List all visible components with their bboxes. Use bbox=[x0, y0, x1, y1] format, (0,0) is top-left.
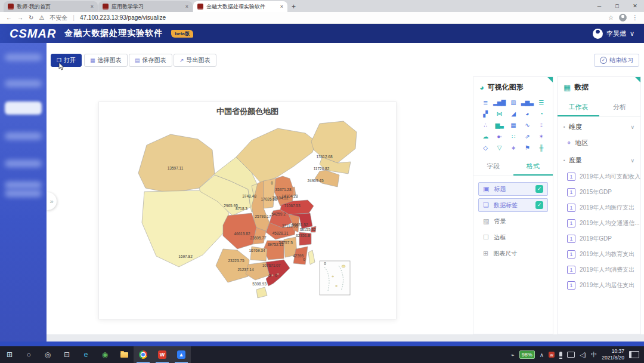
format-item-border[interactable]: ☐边框 bbox=[478, 230, 548, 244]
pie-chart-icon[interactable]: ◕ bbox=[520, 110, 534, 117]
tab-format[interactable]: 格式 bbox=[513, 158, 553, 176]
province-shanxi[interactable] bbox=[264, 179, 275, 208]
format-item-data-label[interactable]: ❏数据标签✓ bbox=[478, 198, 548, 212]
browser-tab-3-active[interactable]: 金融大数据处理实验软件 × bbox=[193, 1, 287, 12]
open-button[interactable]: ❐ 打开 bbox=[51, 54, 82, 67]
trend-line-icon[interactable]: ⇗ bbox=[520, 133, 534, 140]
back-icon[interactable]: ← bbox=[6, 14, 12, 21]
treemap-icon[interactable]: ▦ bbox=[506, 122, 520, 128]
new-tab-button[interactable]: + bbox=[292, 2, 296, 11]
area-chart-icon[interactable]: ◢ bbox=[506, 110, 520, 117]
province-yunnan[interactable] bbox=[216, 249, 249, 282]
combo-chart-icon[interactable]: ▞ bbox=[478, 110, 492, 117]
checkbox-checked[interactable]: ✓ bbox=[535, 201, 543, 209]
bubble-chart-icon[interactable]: ●◦ bbox=[492, 133, 506, 140]
microphone-icon[interactable] bbox=[559, 352, 562, 358]
relation-graph-icon[interactable]: ∗ bbox=[506, 144, 520, 151]
funnel-chart-icon[interactable]: ▽ bbox=[492, 144, 506, 151]
finish-practice-button[interactable]: ✓ 结束练习 bbox=[594, 54, 639, 67]
word-cloud-icon[interactable]: ☁ bbox=[478, 133, 492, 140]
dimension-item-region[interactable]: ⌖ 地区 bbox=[558, 136, 640, 150]
taskbar-app-edge[interactable]: e bbox=[76, 346, 95, 363]
dot-plot-icon[interactable]: ∶∶ bbox=[534, 122, 548, 128]
scatter-plot-icon[interactable]: ∴ bbox=[478, 122, 492, 128]
province-sichuan[interactable] bbox=[223, 213, 256, 249]
volume-icon[interactable]: ◁) bbox=[580, 352, 586, 358]
province-hongkong[interactable] bbox=[277, 273, 278, 275]
taskbar-app-wps[interactable]: W bbox=[153, 346, 172, 363]
checkbox-checked[interactable]: ✓ bbox=[535, 185, 543, 193]
taskbar-clock[interactable]: 10:37 2021/8/20 bbox=[602, 348, 624, 361]
user-menu[interactable]: 李昊燃 ∨ bbox=[593, 29, 634, 39]
measure-item[interactable]: 12019年人均交通通信... bbox=[558, 216, 640, 231]
taskbar-app-browser-360[interactable]: ◉ bbox=[95, 346, 114, 363]
taskbar-app-cortana[interactable]: ◎ bbox=[38, 346, 57, 363]
tab-close-icon[interactable]: × bbox=[91, 4, 94, 10]
network-icon[interactable] bbox=[567, 352, 575, 358]
chevron-down-icon[interactable]: ∨ bbox=[630, 158, 634, 164]
link-chart-icon[interactable]: ⋈ bbox=[492, 110, 506, 117]
table-chart-icon[interactable]: ≣ bbox=[478, 99, 492, 106]
format-item-title[interactable]: ▣标题✓ bbox=[478, 182, 548, 196]
horizontal-bar-icon[interactable]: ☰ bbox=[534, 99, 548, 106]
measure-item[interactable]: 12019年人均居住支出 bbox=[558, 278, 640, 293]
export-chart-button[interactable]: ↗ 导出图表 bbox=[174, 54, 216, 67]
grouped-bar-icon[interactable]: ▃▆▃ bbox=[520, 99, 534, 106]
dimensions-section-header[interactable]: ▪ 维度 ∨ bbox=[558, 117, 640, 136]
stacked-area-icon[interactable]: ▆▃ bbox=[492, 122, 506, 128]
tab-close-icon[interactable]: × bbox=[280, 4, 283, 10]
taskbar-app-docs[interactable]: ▲ bbox=[172, 346, 191, 363]
province-hainan[interactable] bbox=[256, 287, 267, 298]
tab-analysis[interactable]: 分析 bbox=[599, 99, 641, 116]
taskbar-app-search[interactable]: ○ bbox=[19, 346, 38, 363]
map-chart-icon[interactable]: ⚑ bbox=[520, 144, 534, 151]
browser-tab-1[interactable]: 教师-我的首页 × bbox=[4, 1, 98, 12]
measure-item[interactable]: 12015年GDP bbox=[558, 184, 640, 200]
sidebar-expand-button[interactable]: » bbox=[47, 192, 57, 210]
ime-indicator[interactable]: 中 bbox=[591, 350, 597, 359]
browser-profile-avatar[interactable] bbox=[619, 14, 627, 21]
battery-indicator[interactable]: 98% bbox=[519, 350, 535, 359]
polygon-chart-icon[interactable]: ◇ bbox=[478, 144, 492, 151]
forward-icon[interactable]: → bbox=[17, 14, 23, 21]
cluster-scatter-icon[interactable]: ∷ bbox=[506, 133, 520, 140]
candlestick-icon[interactable]: ╫ bbox=[534, 144, 548, 151]
window-maximize-button[interactable]: □ bbox=[608, 0, 626, 12]
chevron-down-icon[interactable]: ∨ bbox=[630, 124, 634, 130]
radar-chart-icon[interactable]: ✶ bbox=[534, 133, 548, 140]
url-text[interactable]: 47.100.223.13:93/page/visualize bbox=[80, 14, 166, 21]
tab-close-icon[interactable]: × bbox=[185, 4, 188, 10]
measure-item[interactable]: 12019年人均教育支出 bbox=[558, 247, 640, 262]
measure-item[interactable]: 12019年人均医疗支出 bbox=[558, 200, 640, 216]
tab-fields[interactable]: 字段 bbox=[473, 158, 513, 176]
window-close-button[interactable]: ✕ bbox=[626, 0, 644, 12]
line-chart-icon[interactable]: ∿ bbox=[520, 122, 534, 128]
notification-center-icon[interactable] bbox=[629, 351, 639, 358]
province-taiwan[interactable] bbox=[308, 250, 315, 264]
browser-tab-2[interactable]: 应用教学学习 × bbox=[98, 1, 193, 12]
format-item-chart-size[interactable]: ⊞图表尺寸 bbox=[478, 247, 548, 260]
taskbar-app-explorer[interactable] bbox=[114, 346, 134, 363]
province-macau[interactable] bbox=[272, 275, 273, 276]
bar-chart-icon[interactable]: ▂▅▇ bbox=[492, 99, 506, 106]
taskbar-app-chrome[interactable] bbox=[134, 346, 153, 363]
measure-item[interactable]: 12019年人均可支配收入 bbox=[558, 169, 640, 184]
measures-section-header[interactable]: ▪ 度量 ∨ bbox=[558, 150, 640, 169]
china-choropleth-map[interactable]: 13597.111697.822965.958718.33748.4801361… bbox=[134, 116, 396, 313]
window-minimize-button[interactable]: ─ bbox=[590, 0, 608, 12]
province-xinjiang[interactable] bbox=[138, 134, 215, 193]
hidden-icons-chevron[interactable]: ∧ bbox=[540, 352, 544, 358]
histogram-icon[interactable]: ▥ bbox=[506, 99, 520, 106]
bookmark-star-icon[interactable]: ☆ bbox=[608, 14, 614, 21]
format-item-background[interactable]: ▨背景 bbox=[478, 214, 548, 228]
tray-red-app-icon[interactable]: w bbox=[549, 352, 555, 358]
reload-icon[interactable]: ↻ bbox=[29, 14, 33, 21]
save-chart-button[interactable]: ▤ 保存图表 bbox=[129, 54, 172, 67]
measure-item[interactable]: 12019年人均消费支出 bbox=[558, 262, 640, 278]
tab-worksheet[interactable]: 工作表 bbox=[558, 99, 599, 116]
taskbar-app-task-view[interactable]: ⊟ bbox=[57, 346, 76, 363]
measure-item[interactable]: 12019年GDP bbox=[558, 231, 640, 247]
gauge-chart-icon[interactable]: ◔ bbox=[534, 110, 548, 117]
select-chart-button[interactable]: ▦ 选择图表 bbox=[84, 54, 128, 67]
taskbar-app-start[interactable]: ⊞ bbox=[0, 346, 19, 363]
